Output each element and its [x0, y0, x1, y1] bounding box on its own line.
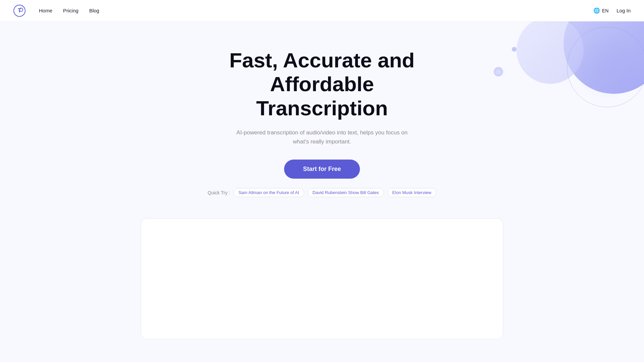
- language-selector[interactable]: 🌐 EN: [593, 7, 608, 14]
- main-content: [0, 219, 644, 339]
- nav-right: 🌐 EN Log In: [593, 7, 631, 14]
- login-button[interactable]: Log In: [616, 8, 631, 13]
- globe-icon: 🌐: [593, 7, 600, 14]
- content-box: [141, 219, 503, 339]
- hero-subtitle: AI-powered transcription of audio/video …: [235, 128, 409, 146]
- hero-section: Fast, Accurate and Affordable Transcript…: [0, 21, 644, 210]
- start-for-free-button[interactable]: Start for Free: [284, 160, 360, 179]
- language-label: EN: [602, 8, 608, 13]
- quick-try-chip-0[interactable]: Sam Altman on the Future of AI: [233, 188, 304, 197]
- hero-title: Fast, Accurate and Affordable Transcript…: [205, 48, 439, 120]
- quick-try: Quick Try : Sam Altman on the Future of …: [13, 188, 631, 197]
- hero-title-line1: Fast, Accurate and: [229, 49, 415, 72]
- navbar: T Home Pricing Blog 🌐 EN Log In: [0, 0, 644, 21]
- quick-try-chip-2[interactable]: Elon Musk Interview: [387, 188, 436, 197]
- quick-try-chip-1[interactable]: David Rubenstein Show Bill Gates: [308, 188, 384, 197]
- nav-blog[interactable]: Blog: [89, 8, 99, 13]
- nav-pricing[interactable]: Pricing: [63, 8, 78, 13]
- logo[interactable]: T: [13, 5, 25, 17]
- quick-try-label: Quick Try :: [208, 190, 230, 195]
- nav-links: Home Pricing Blog: [39, 8, 593, 13]
- hero-content: Fast, Accurate and Affordable Transcript…: [13, 48, 631, 197]
- nav-home[interactable]: Home: [39, 8, 52, 13]
- logo-icon: T: [13, 5, 25, 17]
- hero-title-line2: Affordable Transcription: [256, 72, 388, 119]
